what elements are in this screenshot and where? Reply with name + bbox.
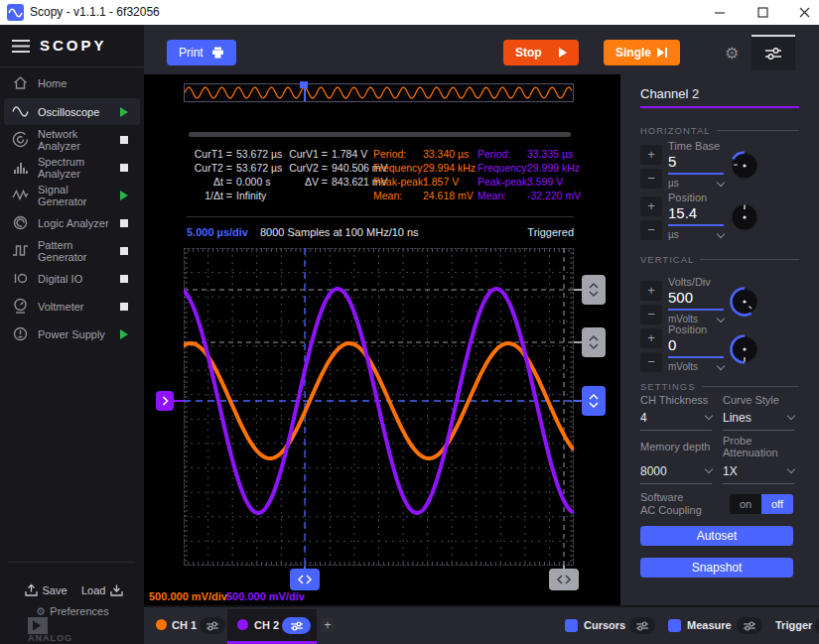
memory-depth-select[interactable]: Memory depth 8000 (640, 441, 712, 484)
v-position-value[interactable]: 0 (668, 336, 676, 353)
ch2-settings-button[interactable] (282, 617, 311, 634)
add-channel-button[interactable]: + (321, 618, 335, 632)
timebase-scale-label: 5.000 µs/div (187, 226, 248, 238)
stop-indicator-icon[interactable] (120, 247, 128, 255)
stop-button[interactable]: Stop (503, 40, 579, 65)
trigger-level-handle[interactable] (582, 386, 606, 416)
volts-div-decrement-button[interactable]: − (640, 305, 662, 324)
cursors-checkbox[interactable] (565, 619, 578, 632)
close-button[interactable] (784, 0, 819, 25)
vertical-section-header: VERTICAL (640, 253, 799, 265)
settings-section-header: SETTINGS (640, 380, 799, 392)
sliders-icon (635, 621, 649, 631)
h-position-knob[interactable] (727, 199, 762, 235)
sidebar-item-voltmeter[interactable]: Voltmeter (4, 293, 140, 320)
volts-div-value[interactable]: 500 (668, 289, 693, 306)
chevron-down-icon (705, 412, 713, 420)
trigger-label[interactable]: Trigger (775, 619, 812, 631)
waveform-plot[interactable] (184, 248, 574, 566)
sidebar-item-oscilloscope[interactable]: Oscilloscope (4, 98, 140, 125)
snapshot-button[interactable]: Snapshot (640, 558, 793, 578)
preview-trigger-marker[interactable] (300, 81, 308, 88)
ch2-tab-label[interactable]: CH 2 (254, 619, 279, 631)
v-position-knob[interactable] (727, 331, 762, 367)
stop-indicator-icon[interactable] (120, 303, 128, 311)
load-button[interactable]: Load (81, 580, 123, 598)
sidebar-item-home[interactable]: Home (4, 69, 140, 96)
sidebar-item-pattern-generator[interactable]: Pattern Generator (4, 237, 140, 264)
acquisition-preview[interactable] (184, 83, 574, 102)
stop-indicator-icon[interactable] (120, 136, 128, 144)
stop-indicator-icon[interactable] (120, 164, 128, 172)
maximize-button[interactable] (743, 0, 782, 25)
v-position-increment-button[interactable]: + (640, 328, 662, 348)
measure-settings-button[interactable] (737, 617, 762, 634)
sliders-icon (764, 47, 782, 61)
ch1-tab[interactable]: CH 1 (172, 619, 197, 631)
print-button[interactable]: Print (167, 40, 236, 65)
time-base-unit-dropdown[interactable]: µs (668, 178, 724, 189)
toggle-off-option[interactable]: off (761, 494, 793, 514)
h-position-value[interactable]: 15.4 (668, 204, 697, 221)
minimize-button[interactable] (700, 0, 740, 25)
stop-indicator-icon[interactable] (120, 219, 128, 227)
window-title: Scopy - v1.1.1 - 6f32056 (30, 5, 160, 19)
autoset-button[interactable]: Autoset (640, 526, 793, 546)
cursors-label[interactable]: Cursors (584, 619, 625, 631)
ch-thickness-select[interactable]: CH Thickness 4 (640, 394, 712, 431)
measure-checkbox[interactable] (668, 619, 681, 632)
ch2-scale-label: 500.000 mV/div (226, 590, 305, 602)
run-indicator-icon[interactable] (120, 329, 128, 339)
cursor-connector (574, 341, 582, 343)
channel2-color-underline (640, 106, 799, 108)
toggle-on-option[interactable]: on (730, 494, 761, 514)
time-base-decrement-button[interactable]: − (640, 169, 662, 189)
ch1-settings-button[interactable] (200, 617, 225, 634)
leftright-chevrons-icon (296, 575, 314, 584)
trigger-position-handle[interactable] (290, 569, 320, 590)
horizontal-scrollbar[interactable] (189, 132, 571, 137)
network-analyzer-icon (12, 131, 29, 148)
h-position-increment-button[interactable]: + (640, 196, 662, 216)
h-position-unit-dropdown[interactable]: µs (668, 229, 724, 240)
sidebar-item-spectrum-analyzer[interactable]: Spectrum Analyzer (4, 154, 140, 181)
v-position-decrement-button[interactable]: − (640, 352, 662, 372)
sidebar-item-network-analyzer[interactable]: Network Analyzer (4, 126, 140, 153)
voltage-cursor2-handle[interactable] (582, 327, 606, 357)
probe-attenuation-select[interactable]: Probe Attenuation 1X (723, 435, 794, 484)
run-indicator-icon[interactable] (120, 191, 128, 200)
stop-indicator-icon[interactable] (120, 275, 128, 283)
save-button[interactable]: Save (25, 580, 68, 598)
time-cursor-handle[interactable] (549, 569, 579, 590)
toolbar: Print Stop Single ⚙ (144, 25, 819, 74)
sidebar-item-digital-io[interactable]: Digital IO (4, 265, 140, 292)
channel-settings-menu-button[interactable] (751, 37, 795, 70)
sidebar-item-power-supply[interactable]: Power Supply (4, 321, 140, 347)
horizontal-position-control: + − Position 15.4 µs (640, 195, 799, 245)
run-indicator-icon[interactable] (120, 107, 128, 117)
sidebar-item-signal-generator[interactable]: Signal Generator (4, 182, 140, 208)
sidebar-item-logic-analyzer[interactable]: Logic Analyzer (4, 209, 140, 236)
cursors-settings-button[interactable] (629, 617, 655, 634)
voltage-cursor1-handle[interactable] (582, 275, 606, 305)
measure-label[interactable]: Measure (687, 619, 732, 631)
ch1-measurements: Period:33.340 µs Frequency:29.994 kHz Pe… (373, 147, 476, 202)
time-base-value[interactable]: 5 (668, 153, 676, 170)
trigger-settings-button[interactable] (815, 617, 819, 634)
single-button[interactable]: Single (604, 40, 680, 65)
v-position-unit-dropdown[interactable]: mVolts (668, 361, 724, 372)
time-base-control: + − Time Base 5 µs (640, 144, 799, 193)
chevron-down-icon (717, 362, 725, 370)
volts-div-knob[interactable] (727, 284, 762, 320)
channel2-offset-handle[interactable] (156, 391, 174, 411)
ac-coupling-toggle[interactable]: on off (730, 494, 793, 514)
scope-display-area: CurT1 =53.672 µs CurT2 =53.672 µs Δt =0.… (144, 74, 620, 605)
time-base-knob[interactable] (727, 148, 762, 184)
time-base-increment-button[interactable]: + (640, 145, 662, 165)
volts-div-increment-button[interactable]: + (640, 281, 662, 301)
h-position-decrement-button[interactable]: − (640, 220, 662, 240)
hamburger-menu-icon[interactable] (12, 39, 30, 57)
load-icon (110, 583, 123, 596)
curve-style-select[interactable]: Curve Style Lines (723, 394, 794, 431)
general-settings-gear-icon[interactable]: ⚙ (725, 46, 739, 62)
